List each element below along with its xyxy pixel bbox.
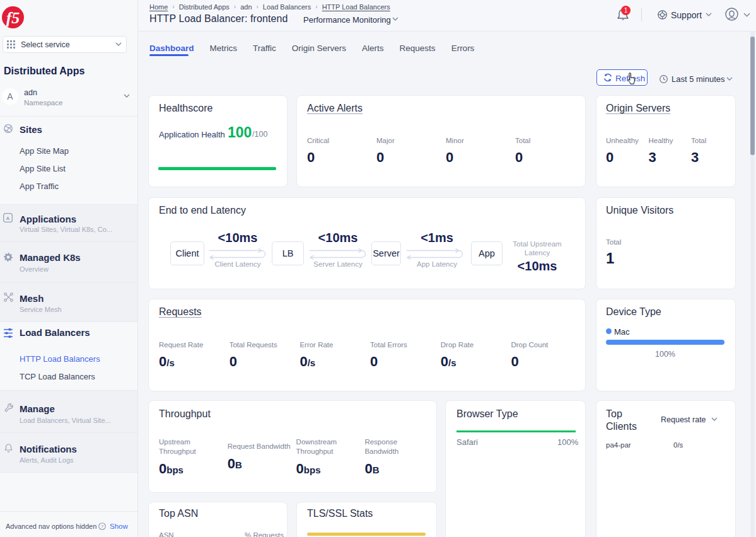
svg-text:?: ? (101, 524, 104, 529)
svg-text:f5: f5 (6, 9, 20, 27)
svg-text:A: A (6, 216, 10, 221)
